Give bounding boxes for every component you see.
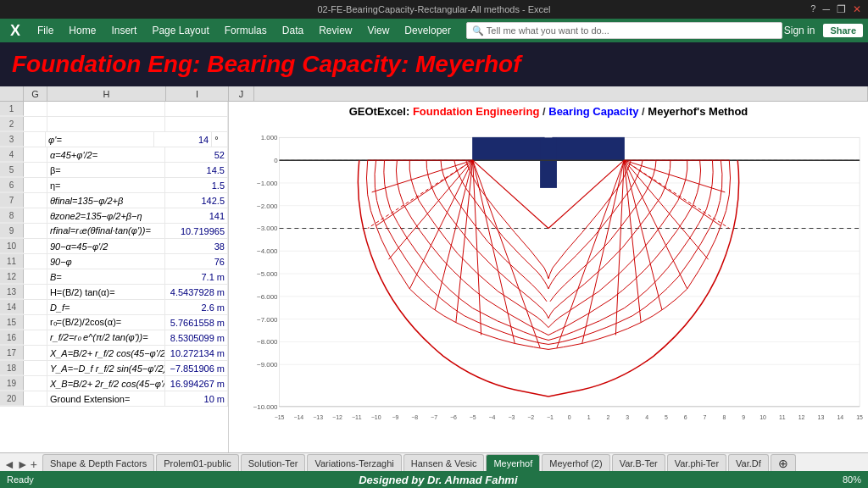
- menu-pagelayout[interactable]: Page Layout: [145, 23, 215, 38]
- cell-g[interactable]: [24, 117, 47, 131]
- cell-label[interactable]: X_B=B/2+ 2r_f/2 cos(45−φ'/2)=: [47, 376, 165, 391]
- cell-g[interactable]: [24, 147, 47, 162]
- cell-label[interactable]: rfinal=r₀e(θfinal·tan(φ'))=: [47, 224, 165, 238]
- close-button[interactable]: ✕: [853, 3, 861, 15]
- tab-solution-ter[interactable]: Solution-Ter: [241, 454, 306, 471]
- cell-label[interactable]: Y_A=−D_f r_f/2 sin(45−φ'/2)=: [47, 361, 165, 375]
- cell-value[interactable]: 14: [154, 132, 212, 147]
- cell-g[interactable]: [24, 178, 47, 192]
- svg-text:1.000: 1.000: [261, 134, 278, 141]
- tab-varphi-ter[interactable]: Var.phi-Ter: [667, 454, 726, 471]
- tab-prolem01[interactable]: Prolem01-public: [156, 454, 238, 471]
- cell-label[interactable]: η=: [47, 178, 165, 192]
- help-icon[interactable]: ?: [810, 3, 815, 15]
- cell-value[interactable]: 38: [165, 239, 228, 253]
- svg-text:−3.000: −3.000: [257, 225, 278, 233]
- cell-value[interactable]: 141: [165, 208, 228, 223]
- cell-value[interactable]: 8.5305099 m: [165, 330, 228, 345]
- cell-value[interactable]: 142.5: [165, 193, 228, 208]
- cell-label[interactable]: φ'=: [46, 132, 154, 147]
- cell-value[interactable]: 7.1 m: [165, 269, 228, 284]
- menu-home[interactable]: Home: [62, 23, 103, 38]
- svg-text:15: 15: [856, 414, 863, 420]
- cell-value[interactable]: 14.5: [165, 163, 228, 177]
- chart-title: GEOtExcel: Foundation Engineering / Bear…: [229, 102, 868, 121]
- menu-developer[interactable]: Developer: [398, 23, 458, 38]
- svg-text:−8.000: −8.000: [257, 338, 278, 346]
- cell-g[interactable]: [24, 208, 47, 223]
- cell-label[interactable]: r_f/2=r₀ e^(π/2 tan(φ'))=: [47, 330, 165, 345]
- cell-value[interactable]: [165, 102, 228, 116]
- cell-g[interactable]: [24, 102, 47, 116]
- cell-g[interactable]: [24, 330, 47, 345]
- cell-label[interactable]: B=: [47, 269, 165, 284]
- minimize-button[interactable]: ─: [822, 3, 830, 15]
- cell-value[interactable]: −7.851906 m: [165, 361, 228, 375]
- menu-data[interactable]: Data: [275, 23, 310, 38]
- tab-meyerhof[interactable]: Meyerhof: [486, 454, 540, 471]
- tab-add-new[interactable]: ⊕: [771, 454, 796, 471]
- cell-g[interactable]: [24, 361, 47, 375]
- formula-bar[interactable]: 🔍 Tell me what you want to do...: [466, 22, 782, 39]
- tab-prev-button[interactable]: ◄: [3, 458, 15, 471]
- tab-variations-ter[interactable]: Variations-Terzaghi: [307, 454, 401, 471]
- cell-g[interactable]: [24, 239, 47, 253]
- cell-value[interactable]: 10.719965: [165, 224, 228, 238]
- cell-g[interactable]: [24, 315, 47, 330]
- cell-suffix: °: [212, 132, 228, 147]
- cell-label[interactable]: θzone2=135−φ/2+β−η: [47, 208, 165, 223]
- share-button[interactable]: Share: [823, 24, 863, 37]
- cell-g[interactable]: [24, 163, 47, 177]
- cell-g[interactable]: [24, 300, 47, 314]
- cell-value[interactable]: 10 m: [165, 391, 228, 406]
- cell-g[interactable]: [24, 132, 46, 147]
- cell-value[interactable]: 1.5: [165, 178, 228, 192]
- cell-label[interactable]: [47, 117, 165, 131]
- cell-value[interactable]: 52: [165, 147, 228, 162]
- row-number: 14: [0, 300, 24, 314]
- cell-label[interactable]: 90−φ: [47, 254, 165, 269]
- cell-label[interactable]: H=(B/2) tan(α)=: [47, 285, 165, 299]
- menu-formulas[interactable]: Formulas: [218, 23, 274, 38]
- cell-g[interactable]: [24, 269, 47, 284]
- cell-value[interactable]: 5.7661558 m: [165, 315, 228, 330]
- menu-insert[interactable]: Insert: [104, 23, 143, 38]
- menu-file[interactable]: File: [31, 23, 60, 38]
- tab-vardf[interactable]: Var.Df: [728, 454, 769, 471]
- cell-g[interactable]: [24, 391, 47, 406]
- tab-meyerhof2[interactable]: Meyerhof (2): [542, 454, 609, 471]
- cell-value[interactable]: 10.272134 m: [165, 346, 228, 360]
- signin-button[interactable]: Sign in: [784, 25, 815, 36]
- cell-label[interactable]: X_A=B/2+ r_f/2 cos(45−φ'/2)=: [47, 346, 165, 360]
- menu-view[interactable]: View: [361, 23, 397, 38]
- cell-value[interactable]: 2.6 m: [165, 300, 228, 314]
- tab-add-button[interactable]: +: [31, 458, 37, 471]
- cell-value[interactable]: 16.994267 m: [165, 376, 228, 391]
- cell-g[interactable]: [24, 285, 47, 299]
- svg-text:13: 13: [818, 414, 825, 420]
- cell-value[interactable]: [165, 117, 228, 131]
- cell-label[interactable]: D_f=: [47, 300, 165, 314]
- cell-label[interactable]: θfinal=135−φ/2+β: [47, 193, 165, 208]
- tab-next-button[interactable]: ►: [17, 458, 29, 471]
- svg-text:−8: −8: [411, 414, 418, 420]
- cell-g[interactable]: [24, 376, 47, 391]
- cell-label[interactable]: α=45+φ'/2=: [47, 147, 165, 162]
- cell-label[interactable]: Ground Extension=: [47, 391, 165, 406]
- cell-value[interactable]: 4.5437928 m: [165, 285, 228, 299]
- menu-review[interactable]: Review: [312, 23, 359, 38]
- cell-label[interactable]: [47, 102, 165, 116]
- cell-label[interactable]: r₀=(B/2)/2cos(α)=: [47, 315, 165, 330]
- tab-hansen-vesic[interactable]: Hansen & Vesic: [403, 454, 485, 471]
- cell-g[interactable]: [24, 193, 47, 208]
- cell-label[interactable]: β=: [47, 163, 165, 177]
- cell-value[interactable]: 76: [165, 254, 228, 269]
- tab-varb-ter[interactable]: Var.B-Ter: [612, 454, 665, 471]
- cell-g[interactable]: [24, 224, 47, 238]
- cell-g[interactable]: [24, 254, 47, 269]
- cell-label[interactable]: 90−α=45−φ'/2: [47, 239, 165, 253]
- cell-g[interactable]: [24, 346, 47, 360]
- restore-button[interactable]: ❐: [837, 3, 846, 15]
- row-number: 7: [0, 193, 24, 208]
- tab-shape-depth[interactable]: Shape & Depth Factors: [42, 454, 154, 471]
